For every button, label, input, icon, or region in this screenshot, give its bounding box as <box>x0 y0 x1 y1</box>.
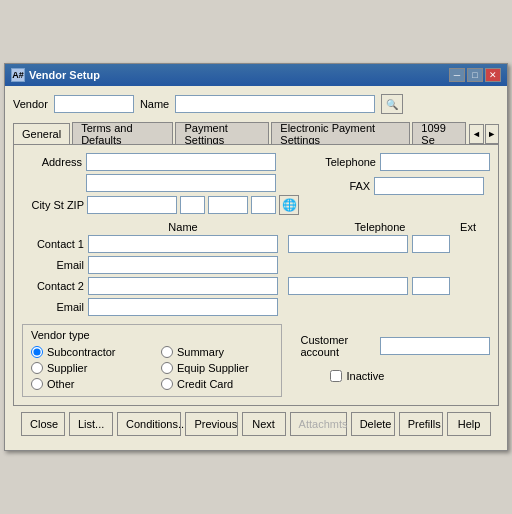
contact1-row: Contact 1 <box>22 235 490 253</box>
help-button[interactable]: Help <box>447 412 491 436</box>
zip2-input[interactable] <box>251 196 276 214</box>
tab-general[interactable]: General <box>13 123 70 145</box>
radio-supplier-label: Supplier <box>47 362 87 374</box>
conditions-button[interactable]: Conditions.. <box>117 412 181 436</box>
radio-supplier: Supplier <box>31 362 161 374</box>
contacts-header-row: Name Telephone Ext <box>22 221 490 233</box>
telephone-input[interactable] <box>380 153 490 171</box>
close-window-button[interactable]: ✕ <box>485 68 501 82</box>
tab-terms[interactable]: Terms and Defaults <box>72 122 173 144</box>
radio-other-input[interactable] <box>31 378 43 390</box>
address-row1: Address <box>22 153 315 171</box>
address-label: Address <box>22 156 82 168</box>
bottom-toolbar: Close List... Conditions.. Previous Next… <box>13 406 499 442</box>
attachments-button[interactable]: Attachmts <box>290 412 347 436</box>
name-label: Name <box>140 98 169 110</box>
close-button[interactable]: Close <box>21 412 65 436</box>
prefills-button[interactable]: Prefills <box>399 412 443 436</box>
city-row: City St ZIP 🌐 <box>22 195 315 215</box>
email2-input[interactable] <box>88 298 278 316</box>
fax-label: FAX <box>325 180 370 192</box>
vendor-type-row: Vendor type Subcontractor Summary Sup <box>22 324 490 397</box>
radio-equip-supplier: Equip Supplier <box>161 362 291 374</box>
contact2-ext-input[interactable] <box>412 277 450 295</box>
city-input[interactable] <box>87 196 177 214</box>
fax-row: FAX <box>325 177 490 195</box>
zip-input[interactable] <box>208 196 248 214</box>
radio-subcontractor-label: Subcontractor <box>47 346 115 358</box>
fax-input[interactable] <box>374 177 484 195</box>
tab-payment[interactable]: Payment Settings <box>175 122 269 144</box>
vendor-label: Vendor <box>13 98 48 110</box>
contact2-name-input[interactable] <box>88 277 278 295</box>
contact2-row: Contact 2 <box>22 277 490 295</box>
contact1-label: Contact 1 <box>22 238 84 250</box>
delete-button[interactable]: Delete <box>351 412 395 436</box>
radio-credit-card-label: Credit Card <box>177 378 233 390</box>
next-button[interactable]: Next <box>242 412 286 436</box>
tab-epayment[interactable]: Electronic Payment Settings <box>271 122 410 144</box>
radio-grid: Subcontractor Summary Supplier Equi <box>31 346 273 390</box>
minimize-button[interactable]: ─ <box>449 68 465 82</box>
radio-other: Other <box>31 378 161 390</box>
tab-1099[interactable]: 1099 Se <box>412 122 466 144</box>
contact2-phone-input[interactable] <box>288 277 408 295</box>
state-input[interactable] <box>180 196 205 214</box>
radio-other-label: Other <box>47 378 75 390</box>
vendor-type-title: Vendor type <box>31 329 273 341</box>
city-label: City St ZIP <box>22 199 84 211</box>
list-button[interactable]: List... <box>69 412 113 436</box>
radio-subcontractor-input[interactable] <box>31 346 43 358</box>
inactive-checkbox[interactable] <box>330 370 342 382</box>
customer-account-input[interactable] <box>380 337 490 355</box>
vendor-type-box: Vendor type Subcontractor Summary Sup <box>22 324 282 397</box>
globe-button[interactable]: 🌐 <box>279 195 299 215</box>
window-content: Vendor Name 🔍 General Terms and Defaults… <box>5 86 507 450</box>
vendor-name-row: Vendor Name 🔍 <box>13 94 499 114</box>
contact2-label: Contact 2 <box>22 280 84 292</box>
tab-bar: General Terms and Defaults Payment Setti… <box>13 122 499 145</box>
telephone-section: Telephone FAX <box>315 153 490 221</box>
address-input2[interactable] <box>86 174 276 192</box>
name-search-button[interactable]: 🔍 <box>381 94 403 114</box>
address-input1[interactable] <box>86 153 276 171</box>
customer-account-row: Customer account <box>300 334 490 358</box>
vendor-setup-window: A# Vendor Setup ─ □ ✕ Vendor Name 🔍 Gene… <box>4 63 508 451</box>
search-icon: 🔍 <box>386 99 398 110</box>
window-title: Vendor Setup <box>29 69 100 81</box>
radio-equip-supplier-label: Equip Supplier <box>177 362 249 374</box>
address-row2 <box>22 174 315 192</box>
maximize-button[interactable]: □ <box>467 68 483 82</box>
app-icon: A# <box>11 68 25 82</box>
radio-equip-supplier-input[interactable] <box>161 362 173 374</box>
contact1-ext-input[interactable] <box>412 235 450 253</box>
radio-subcontractor: Subcontractor <box>31 346 161 358</box>
previous-button[interactable]: Previous <box>185 412 237 436</box>
telephone-row: Telephone <box>325 153 490 171</box>
customer-inactive-box: Customer account Inactive <box>290 324 490 382</box>
globe-icon: 🌐 <box>282 198 297 212</box>
tab-panel-general: Address City St ZIP <box>13 145 499 406</box>
radio-summary: Summary <box>161 346 291 358</box>
radio-supplier-input[interactable] <box>31 362 43 374</box>
vendor-input[interactable] <box>54 95 134 113</box>
contacts-name-header: Name <box>88 221 278 233</box>
contacts-ext-header: Ext <box>448 221 488 233</box>
email1-label: Email <box>22 259 84 271</box>
radio-credit-card-input[interactable] <box>161 378 173 390</box>
inactive-label: Inactive <box>346 370 384 382</box>
radio-credit-card: Credit Card <box>161 378 291 390</box>
tab-scroll-next[interactable]: ► <box>485 124 499 144</box>
email1-row: Email <box>22 256 490 274</box>
title-bar-left: A# Vendor Setup <box>11 68 100 82</box>
contact1-name-input[interactable] <box>88 235 278 253</box>
email2-label: Email <box>22 301 84 313</box>
name-input[interactable] <box>175 95 375 113</box>
title-bar: A# Vendor Setup ─ □ ✕ <box>5 64 507 86</box>
tab-scroll-prev[interactable]: ◄ <box>469 124 483 144</box>
contact1-phone-input[interactable] <box>288 235 408 253</box>
radio-summary-input[interactable] <box>161 346 173 358</box>
customer-account-label: Customer account <box>300 334 376 358</box>
address-telephone-section: Address City St ZIP <box>22 153 490 221</box>
email1-input[interactable] <box>88 256 278 274</box>
